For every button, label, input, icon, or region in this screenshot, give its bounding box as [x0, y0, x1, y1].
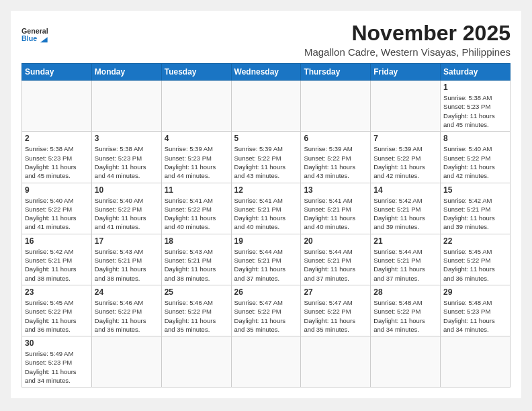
table-row: [441, 336, 511, 387]
day-number: 15: [443, 185, 507, 195]
table-row: [91, 336, 161, 387]
table-row: [161, 336, 231, 387]
day-info: Sunrise: 5:42 AMSunset: 5:21 PMDaylight:…: [443, 196, 507, 232]
table-row: [161, 81, 231, 132]
day-number: 5: [234, 134, 298, 143]
day-number: 16: [25, 236, 89, 246]
day-info: Sunrise: 5:44 AMSunset: 5:21 PMDaylight:…: [234, 247, 298, 283]
day-number: 4: [165, 134, 228, 143]
weekday-header-row: Sunday Monday Tuesday Wednesday Thursday…: [22, 64, 511, 81]
day-info: Sunrise: 5:45 AMSunset: 5:22 PMDaylight:…: [25, 298, 89, 334]
day-info: Sunrise: 5:39 AMSunset: 5:22 PMDaylight:…: [304, 144, 367, 180]
table-row: 13Sunrise: 5:41 AMSunset: 5:21 PMDayligh…: [301, 183, 371, 234]
calendar-week-row: 16Sunrise: 5:42 AMSunset: 5:21 PMDayligh…: [22, 234, 511, 285]
day-number: 26: [234, 287, 298, 297]
day-info: Sunrise: 5:41 AMSunset: 5:22 PMDaylight:…: [165, 196, 228, 232]
day-number: 12: [234, 185, 298, 195]
table-row: 1Sunrise: 5:38 AMSunset: 5:23 PMDaylight…: [441, 81, 511, 132]
calendar-week-row: 2Sunrise: 5:38 AMSunset: 5:23 PMDaylight…: [22, 132, 511, 183]
day-info: Sunrise: 5:49 AMSunset: 5:23 PMDaylight:…: [25, 349, 89, 385]
svg-marker-2: [40, 37, 48, 42]
day-info: Sunrise: 5:42 AMSunset: 5:21 PMDaylight:…: [25, 247, 89, 283]
table-row: 25Sunrise: 5:46 AMSunset: 5:22 PMDayligh…: [161, 285, 231, 336]
header-thursday: Thursday: [301, 64, 371, 81]
day-info: Sunrise: 5:46 AMSunset: 5:22 PMDaylight:…: [95, 298, 159, 334]
table-row: 5Sunrise: 5:39 AMSunset: 5:22 PMDaylight…: [231, 132, 301, 183]
day-number: 29: [443, 287, 507, 297]
day-number: 24: [95, 287, 159, 297]
calendar-week-row: 1Sunrise: 5:38 AMSunset: 5:23 PMDaylight…: [22, 81, 511, 132]
table-row: 3Sunrise: 5:38 AMSunset: 5:23 PMDaylight…: [91, 132, 161, 183]
day-info: Sunrise: 5:38 AMSunset: 5:23 PMDaylight:…: [95, 144, 159, 180]
header-wednesday: Wednesday: [231, 64, 301, 81]
day-info: Sunrise: 5:48 AMSunset: 5:22 PMDaylight:…: [373, 298, 437, 334]
table-row: 12Sunrise: 5:41 AMSunset: 5:21 PMDayligh…: [231, 183, 301, 234]
svg-text:Blue: Blue: [21, 34, 37, 42]
day-info: Sunrise: 5:39 AMSunset: 5:23 PMDaylight:…: [165, 144, 228, 180]
header-sunday: Sunday: [22, 64, 92, 81]
day-info: Sunrise: 5:38 AMSunset: 5:23 PMDaylight:…: [25, 144, 89, 180]
day-number: 21: [373, 236, 437, 246]
day-number: 25: [165, 287, 228, 297]
month-title: November 2025: [304, 21, 511, 45]
table-row: 22Sunrise: 5:45 AMSunset: 5:22 PMDayligh…: [441, 234, 511, 285]
table-row: 23Sunrise: 5:45 AMSunset: 5:22 PMDayligh…: [22, 285, 92, 336]
header-monday: Monday: [91, 64, 161, 81]
table-row: 21Sunrise: 5:44 AMSunset: 5:21 PMDayligh…: [371, 234, 441, 285]
table-row: 11Sunrise: 5:41 AMSunset: 5:22 PMDayligh…: [161, 183, 231, 234]
day-info: Sunrise: 5:38 AMSunset: 5:23 PMDaylight:…: [443, 93, 507, 129]
table-row: 27Sunrise: 5:47 AMSunset: 5:22 PMDayligh…: [301, 285, 371, 336]
table-row: 7Sunrise: 5:39 AMSunset: 5:22 PMDaylight…: [371, 132, 441, 183]
table-row: [231, 81, 301, 132]
table-row: 17Sunrise: 5:43 AMSunset: 5:21 PMDayligh…: [91, 234, 161, 285]
day-info: Sunrise: 5:40 AMSunset: 5:22 PMDaylight:…: [95, 196, 159, 232]
day-number: 23: [25, 287, 89, 297]
day-number: 14: [373, 185, 437, 195]
day-info: Sunrise: 5:43 AMSunset: 5:21 PMDaylight:…: [165, 247, 228, 283]
title-section: November 2025 Magallon Cadre, Western Vi…: [304, 21, 511, 58]
header-saturday: Saturday: [441, 64, 511, 81]
table-row: 15Sunrise: 5:42 AMSunset: 5:21 PMDayligh…: [441, 183, 511, 234]
table-row: 10Sunrise: 5:40 AMSunset: 5:22 PMDayligh…: [91, 183, 161, 234]
table-row: [301, 336, 371, 387]
table-row: 29Sunrise: 5:48 AMSunset: 5:23 PMDayligh…: [441, 285, 511, 336]
logo: General Blue: [21, 21, 48, 48]
day-number: 7: [373, 134, 437, 143]
table-row: 4Sunrise: 5:39 AMSunset: 5:23 PMDaylight…: [161, 132, 231, 183]
day-info: Sunrise: 5:45 AMSunset: 5:22 PMDaylight:…: [443, 247, 507, 283]
table-row: 14Sunrise: 5:42 AMSunset: 5:21 PMDayligh…: [371, 183, 441, 234]
table-row: [91, 81, 161, 132]
table-row: 28Sunrise: 5:48 AMSunset: 5:22 PMDayligh…: [371, 285, 441, 336]
day-info: Sunrise: 5:44 AMSunset: 5:21 PMDaylight:…: [304, 247, 367, 283]
day-number: 3: [95, 134, 159, 143]
table-row: 2Sunrise: 5:38 AMSunset: 5:23 PMDaylight…: [22, 132, 92, 183]
header: General Blue November 2025 Magallon Cadr…: [21, 21, 511, 58]
day-number: 11: [165, 185, 228, 195]
day-info: Sunrise: 5:44 AMSunset: 5:21 PMDaylight:…: [373, 247, 437, 283]
day-info: Sunrise: 5:42 AMSunset: 5:21 PMDaylight:…: [373, 196, 437, 232]
day-info: Sunrise: 5:46 AMSunset: 5:22 PMDaylight:…: [165, 298, 228, 334]
day-number: 20: [304, 236, 367, 246]
table-row: [301, 81, 371, 132]
calendar-week-row: 9Sunrise: 5:40 AMSunset: 5:22 PMDaylight…: [22, 183, 511, 234]
table-row: 18Sunrise: 5:43 AMSunset: 5:21 PMDayligh…: [161, 234, 231, 285]
day-number: 9: [25, 185, 89, 195]
day-info: Sunrise: 5:41 AMSunset: 5:21 PMDaylight:…: [304, 196, 367, 232]
day-info: Sunrise: 5:47 AMSunset: 5:22 PMDaylight:…: [304, 298, 367, 334]
day-info: Sunrise: 5:47 AMSunset: 5:22 PMDaylight:…: [234, 298, 298, 334]
day-info: Sunrise: 5:41 AMSunset: 5:21 PMDaylight:…: [234, 196, 298, 232]
day-info: Sunrise: 5:40 AMSunset: 5:22 PMDaylight:…: [25, 196, 89, 232]
calendar-week-row: 30Sunrise: 5:49 AMSunset: 5:23 PMDayligh…: [22, 336, 511, 387]
table-row: 30Sunrise: 5:49 AMSunset: 5:23 PMDayligh…: [22, 336, 92, 387]
table-row: 6Sunrise: 5:39 AMSunset: 5:22 PMDaylight…: [301, 132, 371, 183]
day-number: 8: [443, 134, 507, 143]
day-number: 1: [443, 83, 507, 92]
calendar-week-row: 23Sunrise: 5:45 AMSunset: 5:22 PMDayligh…: [22, 285, 511, 336]
table-row: [371, 336, 441, 387]
day-number: 18: [165, 236, 228, 246]
page: General Blue November 2025 Magallon Cadr…: [11, 11, 521, 398]
day-info: Sunrise: 5:43 AMSunset: 5:21 PMDaylight:…: [95, 247, 159, 283]
table-row: 24Sunrise: 5:46 AMSunset: 5:22 PMDayligh…: [91, 285, 161, 336]
day-info: Sunrise: 5:39 AMSunset: 5:22 PMDaylight:…: [234, 144, 298, 180]
table-row: [231, 336, 301, 387]
